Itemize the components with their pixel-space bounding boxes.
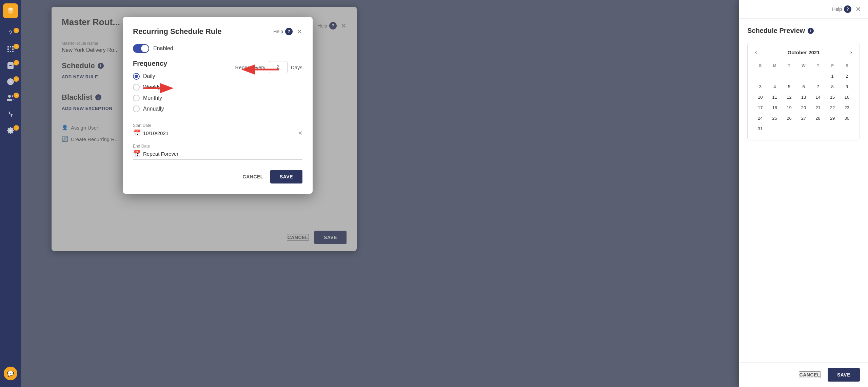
dialog-cancel-button[interactable]: CANCEL [243, 174, 263, 179]
calendar-prev[interactable]: ‹ [753, 49, 759, 56]
dialog-help-label: Help [273, 29, 283, 34]
cal-day-22[interactable]: 22 [825, 103, 840, 112]
cal-week-4: 17 18 19 20 21 22 23 [753, 103, 854, 112]
cal-day-2[interactable]: 2 [840, 72, 854, 81]
preview-save-button[interactable]: SAVE [828, 368, 860, 382]
sidebar-cart-badge: › [14, 60, 19, 65]
radio-annually[interactable]: Annually [133, 105, 222, 112]
main-area: Master Rout... Help ? ✕ Master Route Nam… [21, 0, 868, 387]
cal-week-1: 1 2 [753, 72, 854, 81]
radio-monthly[interactable]: Monthly [133, 95, 222, 101]
cal-day-24[interactable]: 24 [753, 114, 768, 123]
start-date-clear[interactable]: ✕ [298, 130, 302, 136]
cal-day-20[interactable]: 20 [796, 103, 811, 112]
cal-day-27[interactable]: 27 [796, 114, 811, 123]
radio-annually-circle [133, 105, 140, 112]
cal-day-13[interactable]: 13 [796, 93, 811, 102]
cal-day-1[interactable]: 1 [825, 72, 840, 81]
sidebar-item-analytics[interactable] [0, 106, 21, 122]
cal-day-25[interactable]: 25 [768, 114, 782, 123]
cal-day-empty [811, 72, 825, 81]
cal-day-26[interactable]: 26 [782, 114, 796, 123]
sidebar-dispatch-badge: › [14, 76, 19, 82]
start-date-input-row: 📅 ✕ [133, 129, 302, 139]
cal-day-14[interactable]: 14 [811, 93, 825, 102]
cal-day-3[interactable]: 3 [753, 82, 768, 91]
cal-day-31[interactable]: 31 [753, 124, 768, 133]
sidebar-item-routes[interactable]: › [0, 41, 21, 57]
cal-day-19[interactable]: 19 [782, 103, 796, 112]
cal-day-5[interactable]: 5 [782, 82, 796, 91]
radio-daily[interactable]: Daily [133, 73, 222, 80]
sidebar-item-help[interactable]: ? › [0, 25, 21, 41]
question-icon: ? [8, 29, 12, 37]
end-date-label: End Date [133, 144, 302, 149]
repeat-unit: Days [291, 64, 302, 70]
sidebar-item-dispatch[interactable]: › [0, 74, 21, 90]
cal-day-23[interactable]: 23 [840, 103, 854, 112]
end-date-input[interactable] [143, 151, 302, 157]
cal-day-empty [796, 72, 811, 81]
cal-day-28[interactable]: 28 [811, 114, 825, 123]
start-date-label: Start Date [133, 123, 302, 128]
dialog-help-button[interactable]: Help ? [273, 28, 293, 35]
repeat-label: Repeat every [235, 64, 265, 70]
sidebar-item-users[interactable]: › [0, 90, 21, 106]
cal-day-15[interactable]: 15 [825, 93, 840, 102]
sidebar-badge: › [14, 28, 19, 33]
cal-week-2: 3 4 5 6 7 8 9 [753, 82, 854, 91]
preview-help-button[interactable]: Help ? [832, 5, 851, 13]
cal-day-6[interactable]: 6 [796, 82, 811, 91]
sidebar-item-settings[interactable]: › [0, 122, 21, 139]
toggle-knob [141, 45, 149, 52]
radio-weekly-label: Weekly [143, 84, 161, 90]
cal-day-30[interactable]: 30 [840, 114, 854, 123]
cal-day-29[interactable]: 29 [825, 114, 840, 123]
cal-day-21[interactable]: 21 [811, 103, 825, 112]
preview-info-icon: i [808, 28, 814, 34]
sidebar-routes-badge: › [14, 44, 19, 49]
calendar-next[interactable]: › [848, 49, 854, 56]
radio-weekly-circle [133, 84, 140, 91]
start-date-input[interactable] [143, 130, 295, 136]
preview-calendar: ‹ October 2021 › S M T W T F S [747, 43, 860, 140]
dialog-header-right: Help ? ✕ [273, 28, 302, 35]
dialog-save-button[interactable]: SAVE [270, 170, 302, 183]
cal-day-empty [782, 72, 796, 81]
frequency-section: Frequency Daily Weekly Monthly [133, 60, 302, 116]
cal-day-8[interactable]: 8 [825, 82, 840, 91]
repeat-input[interactable] [269, 61, 288, 73]
frequency-left: Frequency Daily Weekly Monthly [133, 60, 222, 116]
cal-day-16[interactable]: 16 [840, 93, 854, 102]
cal-day-17[interactable]: 17 [753, 103, 768, 112]
cal-day-4[interactable]: 4 [768, 82, 782, 91]
end-date-input-row: 📅 [133, 150, 302, 160]
logo[interactable] [3, 3, 18, 18]
cal-day-7[interactable]: 7 [811, 82, 825, 91]
calendar-icon-end: 📅 [133, 150, 140, 157]
analytics-icon [6, 110, 15, 118]
chat-icon: 💬 [7, 370, 14, 377]
frequency-right: Repeat every Days [235, 60, 302, 116]
cal-day-empty [811, 124, 825, 133]
cal-day-9[interactable]: 9 [840, 82, 854, 91]
cal-week-5: 24 25 26 27 28 29 30 [753, 114, 854, 123]
dialog-close-button[interactable]: ✕ [297, 28, 302, 35]
recurring-schedule-dialog: Recurring Schedule Rule Help ? ✕ Enabled… [123, 17, 313, 194]
enabled-label: Enabled [153, 45, 173, 52]
preview-close-button[interactable]: ✕ [855, 6, 861, 13]
sidebar-item-cart[interactable]: › [0, 57, 21, 74]
radio-weekly[interactable]: Weekly [133, 84, 222, 91]
date-fields: Start Date 📅 ✕ End Date 📅 [133, 123, 302, 160]
enabled-toggle[interactable] [133, 44, 149, 53]
enabled-toggle-row: Enabled [133, 44, 302, 53]
cal-day-12[interactable]: 12 [782, 93, 796, 102]
cal-day-18[interactable]: 18 [768, 103, 782, 112]
chat-button[interactable]: 💬 [4, 367, 17, 380]
cal-day-10[interactable]: 10 [753, 93, 768, 102]
preview-cancel-button[interactable]: CANCEL [799, 371, 821, 378]
cal-day-11[interactable]: 11 [768, 93, 782, 102]
cal-header-s1: S [753, 61, 768, 70]
schedule-preview-panel: Help ? ✕ Schedule Preview i ‹ October 20… [739, 0, 868, 387]
cal-header-t1: T [782, 61, 796, 70]
